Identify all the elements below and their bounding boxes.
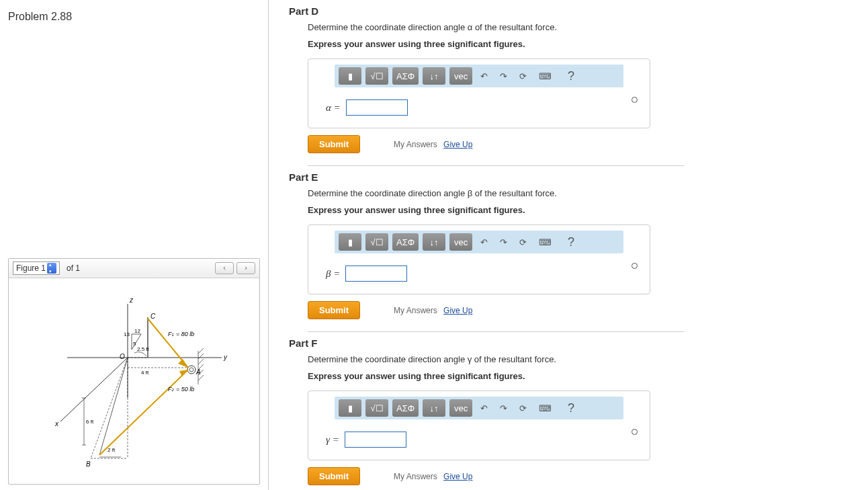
figure-body: z y x C 13 12 5 — [9, 278, 259, 484]
dim-2-5ft: 2.5 ft — [137, 346, 150, 352]
greek-button[interactable]: ΑΣΦ — [392, 67, 419, 85]
redo-button[interactable]: ↷ — [496, 399, 511, 417]
degree-icon — [632, 429, 638, 435]
part-d-toolbar: ▮ √☐ ΑΣΦ ↓↑ vec ↶ ↷ ⟳ ⌨ ? — [335, 65, 623, 87]
right-pane: Part D Determine the coordinate directio… — [269, 0, 868, 490]
my-answers-label: My Answers — [394, 306, 437, 315]
svg-line-15 — [198, 364, 204, 370]
toolbar-help-button[interactable]: ? — [560, 233, 582, 251]
undo-button[interactable]: ↶ — [476, 399, 492, 417]
part-e-answer-input[interactable] — [345, 266, 407, 282]
separator — [308, 331, 684, 332]
redo-button[interactable]: ↷ — [496, 233, 511, 251]
part-d-var-label: α = — [326, 102, 341, 114]
reset-button[interactable]: ⟳ — [515, 233, 531, 251]
part-d-answer-input[interactable] — [346, 99, 408, 116]
redo-button[interactable]: ↷ — [496, 67, 511, 85]
part-f-title: Part F — [289, 337, 861, 349]
subscript-button[interactable]: ↓↑ — [423, 67, 445, 85]
force-f2-label: F₂ = 50 lb — [168, 386, 194, 393]
part-d-submit-button[interactable]: Submit — [308, 135, 360, 153]
part-e-toolbar: ▮ √☐ ΑΣΦ ↓↑ vec ↶ ↷ ⟳ ⌨ ? — [335, 231, 623, 253]
figure-stepper-icon[interactable] — [47, 263, 56, 274]
svg-point-9 — [187, 366, 196, 374]
greek-button[interactable]: ΑΣΦ — [392, 233, 419, 251]
point-c-label: C — [150, 313, 156, 320]
figure-select-label: Figure 1 — [16, 263, 46, 273]
my-answers-label: My Answers — [394, 140, 437, 149]
part-f-block: Part F Determine the coordinate directio… — [289, 337, 861, 485]
template-button[interactable]: ▮ — [339, 399, 361, 417]
part-e-submit-button[interactable]: Submit — [308, 301, 360, 319]
my-answers-label: My Answers — [394, 472, 437, 481]
part-e-links: My Answers Give Up — [394, 306, 472, 315]
part-e-var-label: β = — [326, 268, 340, 280]
greek-button[interactable]: ΑΣΦ — [392, 399, 419, 417]
svg-marker-20 — [178, 359, 188, 368]
part-f-answer-input[interactable] — [345, 432, 406, 448]
part-d-answer-card: ▮ √☐ ΑΣΦ ↓↑ vec ↶ ↷ ⟳ ⌨ ? α = — [308, 58, 650, 128]
undo-button[interactable]: ↶ — [476, 67, 492, 85]
figure-next-button[interactable]: › — [236, 262, 255, 274]
reset-button[interactable]: ⟳ — [515, 67, 531, 85]
part-f-submit-button[interactable]: Submit — [308, 467, 360, 485]
part-f-var-label: γ = — [326, 434, 339, 446]
part-e-answer-card: ▮ √☐ ΑΣΦ ↓↑ vec ↶ ↷ ⟳ ⌨ ? β = — [308, 224, 650, 294]
give-up-link[interactable]: Give Up — [443, 472, 472, 481]
vec-button[interactable]: vec — [449, 67, 472, 85]
part-e-desc: Determine the coordinate direction angle… — [308, 188, 861, 198]
part-f-links: My Answers Give Up — [394, 472, 472, 481]
tri-13: 13 — [124, 331, 130, 337]
part-d-block: Part D Determine the coordinate directio… — [289, 5, 861, 166]
tri-12: 12 — [134, 328, 140, 334]
part-d-title: Part D — [289, 5, 861, 17]
svg-marker-23 — [179, 370, 188, 376]
figure-prev-button[interactable]: ‹ — [215, 262, 234, 274]
vec-button[interactable]: vec — [449, 399, 472, 417]
problem-title: Problem 2.88 — [8, 11, 260, 23]
part-d-instruction: Express your answer using three signific… — [308, 39, 861, 49]
toolbar-help-button[interactable]: ? — [560, 399, 582, 417]
undo-button[interactable]: ↶ — [476, 233, 492, 251]
vec-button[interactable]: vec — [449, 233, 472, 251]
dim-4ft: 4 ft — [141, 370, 149, 376]
axis-y-label: y — [223, 354, 228, 361]
part-e-instruction: Express your answer using three signific… — [308, 205, 861, 215]
figure-header: Figure 1 of 1 ‹ › — [9, 259, 259, 278]
svg-point-10 — [189, 368, 193, 372]
part-f-desc: Determine the coordinate direction angle… — [308, 354, 861, 364]
figure-select[interactable]: Figure 1 — [13, 261, 60, 275]
reset-button[interactable]: ⟳ — [515, 399, 531, 417]
part-e-block: Part E Determine the coordinate directio… — [289, 171, 861, 332]
part-f-toolbar: ▮ √☐ ΑΣΦ ↓↑ vec ↶ ↷ ⟳ ⌨ ? — [335, 397, 623, 419]
template-button[interactable]: ▮ — [339, 233, 361, 251]
keyboard-button[interactable]: ⌨ — [535, 233, 556, 251]
keyboard-button[interactable]: ⌨ — [535, 399, 556, 417]
template-button[interactable]: ▮ — [339, 67, 361, 85]
point-b-label: B — [86, 460, 91, 468]
sqrt-button[interactable]: √☐ — [365, 233, 388, 251]
part-f-answer-card: ▮ √☐ ΑΣΦ ↓↑ vec ↶ ↷ ⟳ ⌨ ? γ = — [308, 391, 650, 460]
svg-line-22 — [99, 370, 188, 455]
point-o-label: O — [120, 353, 125, 360]
subscript-button[interactable]: ↓↑ — [423, 399, 445, 417]
svg-line-21 — [99, 358, 128, 455]
figure-svg: z y x C 13 12 5 — [27, 284, 242, 479]
part-d-links: My Answers Give Up — [394, 140, 472, 149]
sqrt-button[interactable]: √☐ — [365, 67, 388, 85]
sqrt-button[interactable]: √☐ — [365, 399, 388, 417]
svg-line-5 — [91, 358, 128, 458]
svg-line-2 — [60, 358, 128, 421]
degree-icon — [632, 97, 638, 103]
keyboard-button[interactable]: ⌨ — [535, 67, 556, 85]
left-pane: Problem 2.88 Figure 1 of 1 ‹ › z — [0, 0, 269, 490]
toolbar-help-button[interactable]: ? — [560, 67, 582, 85]
subscript-button[interactable]: ↓↑ — [423, 233, 445, 251]
give-up-link[interactable]: Give Up — [443, 306, 472, 315]
figure-panel: Figure 1 of 1 ‹ › z y x — [8, 258, 260, 485]
give-up-link[interactable]: Give Up — [443, 140, 472, 149]
axis-z-label: z — [129, 296, 134, 304]
force-f1-label: F₁ = 80 lb — [168, 331, 194, 337]
part-d-desc: Determine the coordinate direction angle… — [308, 22, 861, 32]
figure-of-text: of 1 — [67, 263, 80, 273]
